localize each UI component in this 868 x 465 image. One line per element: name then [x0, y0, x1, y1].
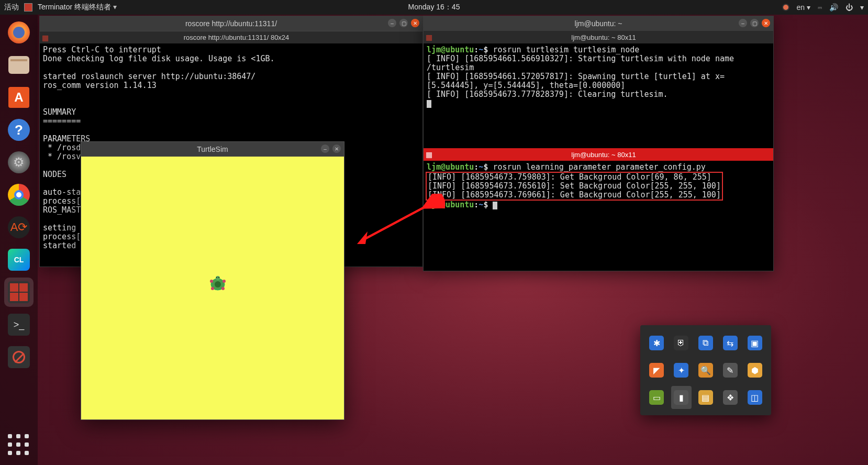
tray-icon: 🔍 [698, 363, 713, 378]
dock-updater[interactable]: A⟳ [4, 213, 34, 242]
tray-icon: ✎ [723, 363, 738, 378]
turtle-icon [207, 275, 228, 293]
tray-icon: ⧉ [698, 336, 713, 350]
terminal-output[interactable]: ljm@ubuntu:~$ rosrun learning_parameter … [424, 161, 773, 271]
activities-button[interactable]: 活动 [4, 3, 19, 12]
tray-icon: ⛨ [674, 336, 688, 350]
terminal-icon: >_ [8, 314, 30, 336]
window-titlebar[interactable]: roscore http://ubuntu:11311/ – ▢ ✕ [40, 16, 422, 31]
system-menu-arrow-icon[interactable]: ▾ [860, 3, 864, 12]
window-title: ljm@ubuntu: ~ [575, 19, 622, 28]
tray-icon: ⬢ [748, 363, 762, 378]
terminator-window-ljm: ljm@ubuntu: ~ – ▢ ✕ ▦ ljm@ubuntu: ~ 80x1… [423, 16, 774, 271]
tray-item[interactable]: ⇆ [720, 331, 740, 355]
app-menu[interactable]: Terminator 终端终结者 [38, 3, 117, 12]
split-layout-icon[interactable]: ▦ [424, 33, 434, 41]
terminal-output[interactable]: ljm@ubuntu:~$ rosrun turtlesim turtlesim… [424, 43, 773, 148]
dock-firefox[interactable] [4, 18, 34, 47]
svg-point-6 [215, 281, 221, 287]
terminal-tab-title: ljm@ubuntu: ~ 80x11 [434, 151, 773, 159]
svg-point-13 [218, 277, 219, 278]
dock-blocked[interactable] [4, 342, 34, 372]
terminal-tab[interactable]: ▦ ljm@ubuntu: ~ 80x11 [424, 31, 773, 43]
svg-point-10 [221, 287, 225, 290]
turtlesim-canvas[interactable] [81, 157, 344, 419]
tray-item[interactable]: ✎ [720, 359, 740, 382]
turtlesim-window: TurtleSim – ✕ [81, 141, 344, 420]
clock[interactable]: Monday 16：45 [408, 3, 460, 12]
terminal-pane-bottom: ▦ ljm@ubuntu: ~ 80x11 ljm@ubuntu:~$ rosr… [424, 148, 773, 271]
tray-item[interactable]: ▤ [696, 386, 716, 409]
tray-item[interactable]: ⧉ [696, 331, 716, 355]
terminal-tab-title: roscore http://ubuntu:11311/ 80x24 [50, 34, 422, 41]
tray-icon: ✦ [674, 363, 688, 378]
tray-item[interactable]: ✱ [647, 331, 667, 355]
tray-icon: ◫ [748, 390, 762, 405]
dock-software[interactable]: A [4, 83, 34, 112]
minimize-button[interactable]: – [388, 19, 396, 27]
split-layout-icon[interactable]: ▦ [424, 150, 434, 159]
svg-point-7 [210, 280, 213, 283]
dock: A ? ⚙ A⟳ CL >_ [0, 15, 38, 465]
close-button[interactable]: ✕ [411, 19, 419, 27]
split-layout-icon[interactable]: ▦ [40, 34, 50, 42]
firefox-icon [8, 21, 30, 43]
blocked-icon [8, 346, 30, 368]
window-title: roscore http://ubuntu:11311/ [185, 19, 277, 28]
close-button[interactable]: ✕ [762, 19, 770, 27]
tray-icon: ❖ [723, 390, 738, 405]
tray-icon: ▮ [674, 390, 688, 405]
window-titlebar[interactable]: ljm@ubuntu: ~ – ▢ ✕ [424, 16, 773, 31]
clion-icon: CL [8, 249, 30, 271]
network-icon[interactable]: ⎓ [818, 3, 822, 12]
tray-item[interactable]: ▭ [647, 386, 667, 409]
chrome-icon [8, 184, 30, 206]
minimize-button[interactable]: – [739, 19, 747, 27]
dock-clion[interactable]: CL [4, 245, 34, 274]
indicator-panel: ✱⛨⧉⇆▣◤✦🔍✎⬢▭▮▤❖◫ [640, 325, 771, 415]
terminal-tab[interactable]: ▦ roscore http://ubuntu:11311/ 80x24 [40, 31, 422, 43]
help-icon: ? [8, 119, 30, 141]
minimize-button[interactable]: – [321, 145, 329, 153]
volume-icon[interactable]: 🔊 [829, 3, 838, 12]
terminator-icon [8, 281, 30, 303]
dock-help[interactable]: ? [4, 115, 34, 145]
app-indicator-icon [24, 3, 32, 12]
updater-icon: A⟳ [8, 216, 30, 238]
cursor [493, 202, 497, 209]
window-title: TurtleSim [197, 145, 228, 153]
svg-point-8 [222, 280, 226, 283]
tray-item[interactable]: ⛨ [671, 331, 692, 355]
tray-item[interactable]: 🔍 [696, 359, 716, 382]
status-indicator-icon[interactable] [782, 4, 789, 11]
top-menu-bar: 活动 Terminator 终端终结者 Monday 16：45 en ▾ ⎓ … [0, 0, 868, 15]
tray-item[interactable]: ⬢ [744, 359, 765, 382]
files-icon [8, 56, 29, 74]
tray-icon: ◤ [649, 363, 664, 378]
tray-icon: ⇆ [723, 336, 738, 350]
svg-point-11 [216, 276, 220, 280]
settings-icon: ⚙ [8, 151, 30, 173]
maximize-button[interactable]: ▢ [399, 19, 408, 27]
power-icon[interactable]: ⏻ [845, 3, 853, 12]
svg-point-12 [216, 277, 217, 278]
tray-item[interactable]: ◫ [744, 386, 765, 409]
tray-item[interactable]: ❖ [720, 386, 740, 409]
dock-terminator[interactable] [4, 278, 34, 307]
language-indicator[interactable]: en ▾ [797, 3, 810, 12]
show-applications-button[interactable] [4, 430, 34, 460]
tray-item[interactable]: ✦ [671, 359, 692, 382]
terminal-tab-active[interactable]: ▦ ljm@ubuntu: ~ 80x11 [424, 148, 773, 161]
dock-files[interactable] [4, 50, 34, 80]
tray-item[interactable]: ▮ [671, 386, 692, 409]
tray-item[interactable]: ▣ [744, 331, 765, 355]
tray-item[interactable]: ◤ [647, 359, 667, 382]
dock-chrome[interactable] [4, 180, 34, 209]
dock-settings[interactable]: ⚙ [4, 148, 34, 177]
close-button[interactable]: ✕ [332, 145, 341, 153]
dock-terminal[interactable]: >_ [4, 310, 34, 339]
window-titlebar[interactable]: TurtleSim – ✕ [81, 142, 344, 157]
maximize-button[interactable]: ▢ [750, 19, 759, 27]
tray-icon: ✱ [649, 336, 664, 350]
tray-icon: ▣ [748, 336, 762, 350]
